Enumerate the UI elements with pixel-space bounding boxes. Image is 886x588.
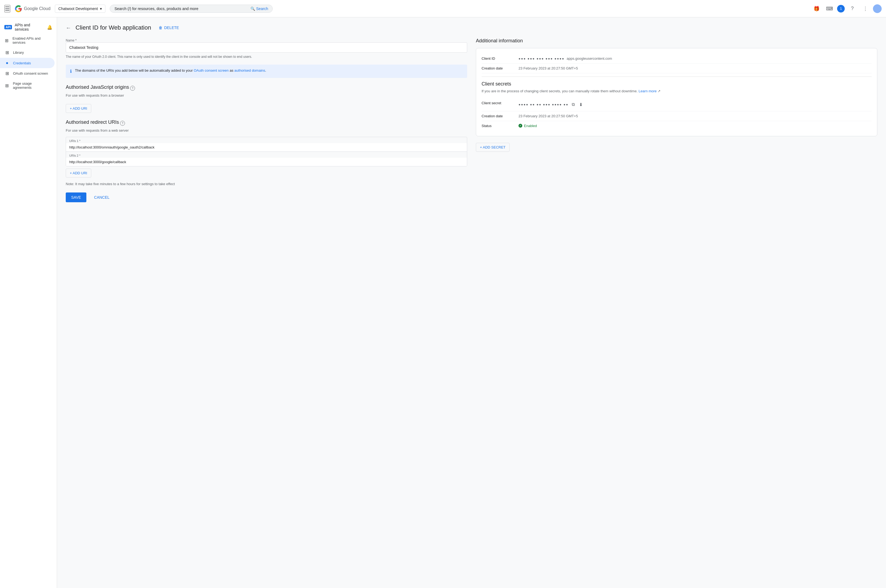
js-origins-sub: For use with requests from a browser [66, 93, 467, 98]
api-badge: API [5, 25, 12, 29]
form-section: Name * The name of your OAuth 2.0 client… [66, 38, 467, 202]
redirect-uris-help-icon[interactable]: ? [120, 121, 125, 126]
sidebar: API APIs and services 🔔 ⊞ Enabled APIs a… [0, 17, 57, 588]
enabled-apis-icon: ⊞ [5, 38, 9, 43]
user-avatar[interactable] [873, 4, 881, 13]
sidebar-title: APIs and services [15, 23, 44, 32]
search-button[interactable]: 🔍 Search [251, 6, 268, 11]
menu-icon[interactable]: ☰ [5, 5, 11, 12]
creation-date-2-value: 23 February 2023 at 20:27:50 GMT+5 [518, 114, 872, 118]
project-name: Chatwoot Development [59, 6, 98, 11]
add-uri-button-1[interactable]: + ADD URI [66, 104, 91, 113]
top-nav: ☰ Google Cloud Chatwoot Development ▾ 🔍 … [0, 0, 886, 17]
client-secret-value: ●●●● ●● ●● ●●● ●●●● ●● ⧉ ⬇ [518, 101, 872, 108]
status-dot [518, 124, 522, 128]
sidebar-item-label: Library [13, 51, 24, 55]
page-header: ← Client ID for Web application 🗑 DELETE [66, 24, 877, 32]
page-usage-icon: ⊞ [5, 83, 9, 88]
chevron-down-icon: ▾ [100, 6, 102, 11]
nav-icons: 🎁 ⌨ 1 ? ⋮ [811, 3, 881, 14]
main-content: ← Client ID for Web application 🗑 DELETE… [57, 17, 886, 588]
add-secret-button[interactable]: + ADD SECRET [476, 143, 509, 152]
creation-date-2-row: Creation date 23 February 2023 at 20:27:… [482, 111, 872, 121]
name-field-group: Name * The name of your OAuth 2.0 client… [66, 38, 467, 59]
js-origins-help-icon[interactable]: ? [130, 86, 135, 91]
sidebar-item-oauth-consent[interactable]: ⊞ OAuth consent screen [0, 68, 55, 79]
status-enabled: Enabled [518, 124, 537, 128]
sidebar-item-library[interactable]: ⊞ Library [0, 47, 55, 58]
client-secret-row: Client secret ●●●● ●● ●● ●●● ●●●● ●● ⧉ ⬇ [482, 98, 872, 111]
search-icon: 🔍 [251, 6, 255, 11]
delete-icon: 🗑 [159, 26, 162, 30]
terminal-icon-button[interactable]: ⌨ [824, 3, 835, 14]
uri-1-label: URIs 1 * [66, 137, 467, 143]
js-origins-section: Authorised JavaScript origins ? For use … [66, 84, 467, 113]
info-card: Client ID ●●● ●●● ●●● ●●● ●●●● apps.goog… [476, 48, 877, 136]
search-bar: 🔍 Search [110, 4, 273, 13]
client-secret-label: Client secret [482, 101, 514, 105]
credentials-icon: ● [5, 60, 10, 65]
library-icon: ⊞ [5, 50, 10, 55]
status-value: Enabled [518, 124, 872, 128]
sidebar-item-page-usage[interactable]: ⊞ Page usage agreements [0, 79, 55, 92]
client-secrets-heading: Client secrets [482, 81, 872, 87]
add-uri-button-2[interactable]: + ADD URI [66, 169, 91, 177]
uri-2-label: URIs 2 * [66, 152, 467, 158]
js-origins-heading: Authorised JavaScript origins [66, 84, 129, 90]
oauth-icon: ⊞ [5, 71, 10, 76]
sidebar-item-label: Page usage agreements [13, 81, 50, 90]
uris-group: URIs 1 * URIs 2 * [66, 137, 467, 166]
copy-secret-button[interactable]: ⧉ [571, 101, 576, 108]
google-logo-svg [15, 5, 22, 12]
save-button[interactable]: SAVE [66, 192, 86, 202]
sidebar-header: API APIs and services 🔔 [0, 20, 57, 34]
uri-2-input[interactable] [66, 158, 467, 166]
info-icon: ℹ [70, 68, 72, 75]
oauth-consent-link[interactable]: OAuth consent screen [194, 68, 229, 72]
sidebar-item-enabled-apis[interactable]: ⊞ Enabled APIs and services [0, 34, 55, 47]
authorised-domains-link[interactable]: authorised domains [234, 68, 265, 72]
cancel-button[interactable]: CANCEL [90, 192, 114, 202]
note-text: Note: It may take five minutes to a few … [66, 182, 467, 186]
google-cloud-text: Google Cloud [24, 6, 51, 11]
back-button[interactable]: ← [66, 25, 71, 31]
info-banner: ℹ The domains of the URIs you add below … [66, 64, 467, 78]
google-cloud-logo[interactable]: Google Cloud [15, 5, 51, 12]
redirect-uris-sub: For use with requests from a web server [66, 128, 467, 132]
info-banner-text: The domains of the URIs you add below wi… [75, 68, 266, 73]
help-icon-button[interactable]: ? [847, 3, 858, 14]
uri-field-1: URIs 1 * [66, 137, 467, 152]
download-secret-button[interactable]: ⬇ [578, 101, 584, 108]
name-hint: The name of your OAuth 2.0 client. This … [66, 54, 467, 59]
project-selector[interactable]: Chatwoot Development ▾ [55, 4, 106, 13]
uri-1-input[interactable] [66, 143, 467, 152]
creation-date-label: Creation date [482, 66, 514, 70]
app-layout: API APIs and services 🔔 ⊞ Enabled APIs a… [0, 17, 886, 588]
uri-field-2: URIs 2 * [66, 152, 467, 166]
delete-button[interactable]: 🗑 DELETE [155, 24, 182, 32]
gift-icon-button[interactable]: 🎁 [811, 3, 822, 14]
sidebar-item-label: OAuth consent screen [13, 71, 48, 75]
creation-date-2-label: Creation date [482, 114, 514, 118]
creation-date-value: 23 February 2023 at 20:27:50 GMT+5 [518, 66, 872, 70]
right-panel: Additional information Client ID ●●● ●●●… [476, 38, 877, 202]
search-input[interactable] [114, 6, 251, 11]
page-title: Client ID for Web application [75, 24, 151, 31]
status-label: Status [482, 124, 514, 128]
learn-more-link[interactable]: Learn more [638, 89, 656, 93]
redirect-uris-section: Authorised redirect URIs ? For use with … [66, 120, 467, 177]
name-label: Name * [66, 39, 77, 42]
client-secrets-desc: If you are in the process of changing cl… [482, 88, 872, 94]
redirect-uris-heading: Authorised redirect URIs [66, 120, 119, 125]
sidebar-item-credentials[interactable]: ● Credentials [0, 58, 55, 68]
notification-badge[interactable]: 1 [837, 5, 845, 12]
name-input[interactable] [66, 42, 467, 52]
bell-icon[interactable]: 🔔 [47, 25, 53, 30]
more-options-button[interactable]: ⋮ [860, 3, 871, 14]
client-id-value: ●●● ●●● ●●● ●●● ●●●● apps.googleusercont… [518, 57, 872, 60]
sidebar-item-label: Credentials [13, 61, 31, 65]
sidebar-item-label: Enabled APIs and services [12, 36, 50, 45]
creation-date-row: Creation date 23 February 2023 at 20:27:… [482, 63, 872, 73]
form-actions: SAVE CANCEL [66, 192, 467, 202]
additional-info-heading: Additional information [476, 38, 877, 44]
